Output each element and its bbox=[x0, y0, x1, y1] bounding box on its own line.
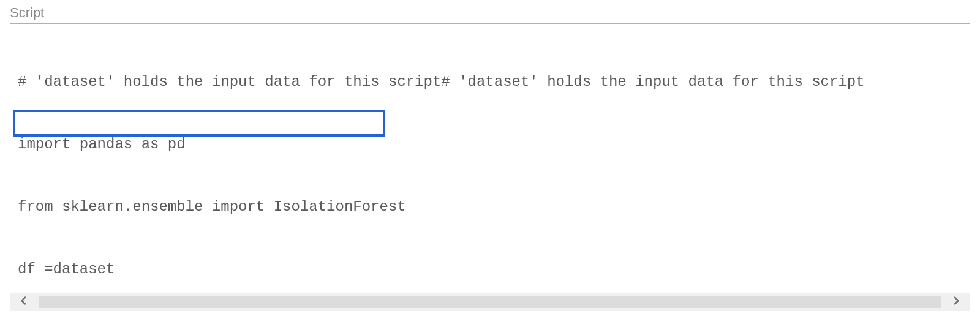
highlight-box bbox=[13, 110, 385, 137]
scroll-track[interactable] bbox=[39, 296, 941, 308]
code-line[interactable]: # 'dataset' holds the input data for thi… bbox=[18, 72, 962, 92]
scroll-left-button[interactable] bbox=[10, 293, 37, 311]
script-editor-container: # 'dataset' holds the input data for thi… bbox=[10, 23, 970, 311]
code-line[interactable]: from sklearn.ensemble import IsolationFo… bbox=[18, 197, 962, 217]
code-line[interactable]: import pandas as pd bbox=[18, 134, 962, 155]
chevron-right-icon bbox=[951, 295, 961, 309]
script-editor[interactable]: # 'dataset' holds the input data for thi… bbox=[10, 24, 970, 293]
script-label: Script bbox=[10, 5, 970, 21]
chevron-left-icon bbox=[19, 295, 29, 309]
code-line[interactable]: df =dataset bbox=[18, 259, 962, 280]
scroll-right-button[interactable] bbox=[943, 293, 970, 311]
horizontal-scrollbar[interactable] bbox=[10, 293, 970, 311]
